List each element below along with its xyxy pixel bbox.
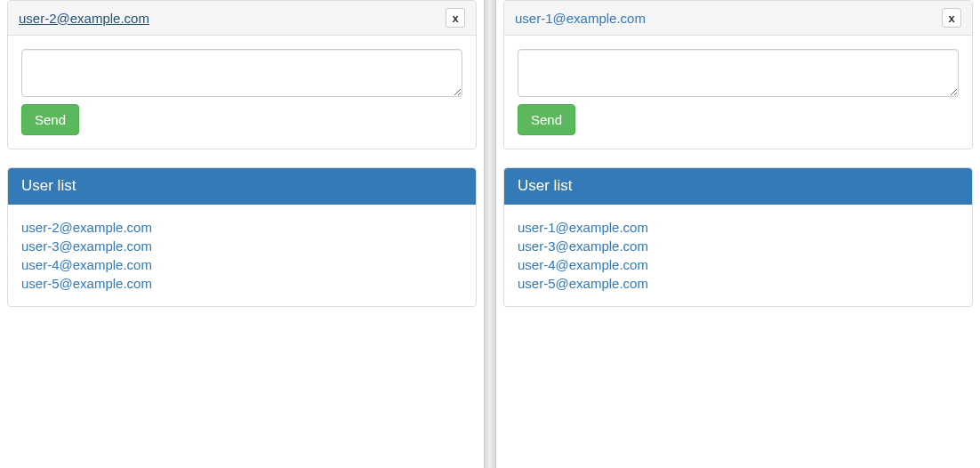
chat-body: Send (504, 36, 972, 149)
left-pane: user-2@example.com x Send User list user… (0, 0, 484, 468)
chat-body: Send (8, 36, 476, 149)
userlist-item[interactable]: user-4@example.com (518, 255, 959, 274)
chat-panel: user-2@example.com x Send (7, 0, 477, 149)
userlist-title: User list (504, 168, 972, 205)
chat-header: user-2@example.com x (8, 1, 476, 36)
userlist-title: User list (8, 168, 476, 205)
userlist-item[interactable]: user-2@example.com (21, 218, 462, 237)
userlist-body: user-1@example.com user-3@example.com us… (504, 205, 972, 306)
chat-recipient-link[interactable]: user-1@example.com (515, 11, 646, 26)
userlist-panel: User list user-1@example.com user-3@exam… (503, 167, 973, 307)
message-input[interactable] (21, 49, 462, 97)
close-button[interactable]: x (942, 8, 961, 28)
chat-panel: user-1@example.com x Send (503, 0, 973, 149)
userlist-item[interactable]: user-5@example.com (518, 274, 959, 293)
pane-divider (484, 0, 496, 468)
userlist-item[interactable]: user-3@example.com (21, 237, 462, 255)
send-button[interactable]: Send (518, 104, 575, 135)
message-input[interactable] (518, 49, 959, 97)
userlist-item[interactable]: user-4@example.com (21, 255, 462, 274)
chat-recipient-link[interactable]: user-2@example.com (19, 11, 149, 26)
send-button[interactable]: Send (21, 104, 79, 135)
userlist-item[interactable]: user-3@example.com (518, 237, 959, 255)
userlist-item[interactable]: user-1@example.com (518, 218, 959, 237)
close-button[interactable]: x (446, 8, 465, 28)
userlist-panel: User list user-2@example.com user-3@exam… (7, 167, 477, 307)
userlist-item[interactable]: user-5@example.com (21, 274, 462, 293)
chat-header: user-1@example.com x (504, 1, 972, 36)
userlist-body: user-2@example.com user-3@example.com us… (8, 205, 476, 306)
right-pane: user-1@example.com x Send User list user… (496, 0, 980, 468)
